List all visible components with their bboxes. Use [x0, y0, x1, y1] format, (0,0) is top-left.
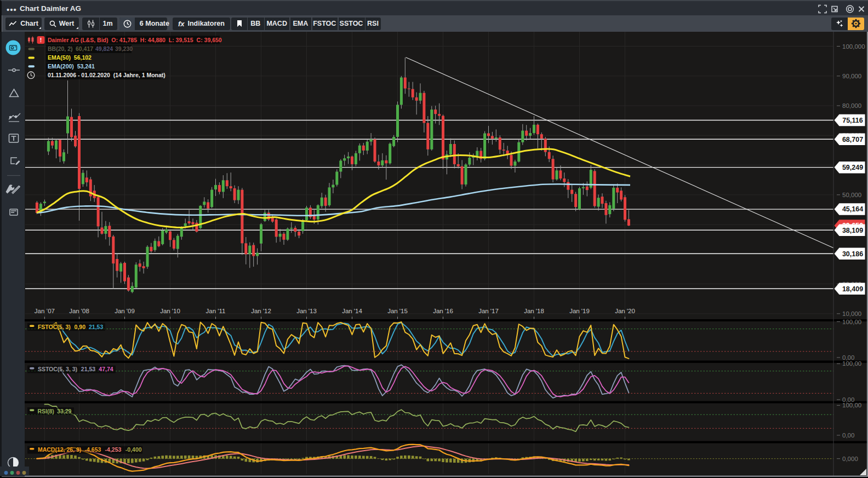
svg-text:59,249: 59,249 [842, 164, 863, 171]
svg-text:01.11.2006 - 01.02.2020 (14 J: 01.11.2006 - 01.02.2020 (14 Jahre, 1 Mon… [48, 72, 165, 78]
svg-text:Jan ’07: Jan ’07 [35, 308, 55, 314]
svg-text:100,00: 100,00 [842, 319, 861, 325]
svg-text:BB(20, 2): BB(20, 2) [48, 45, 73, 52]
svg-text:90,000: 90,000 [842, 73, 861, 79]
svg-text:38,109: 38,109 [842, 227, 863, 234]
svg-text:Jan '12: Jan '12 [251, 308, 271, 314]
svg-text:30,186: 30,186 [842, 250, 863, 258]
svg-text:Jan '17: Jan '17 [478, 308, 499, 314]
svg-text:-0,400: -0,400 [125, 446, 142, 453]
svg-text:Jan '15: Jan '15 [387, 308, 408, 314]
svg-text:80,000: 80,000 [842, 102, 861, 109]
svg-text:18,409: 18,409 [842, 285, 863, 293]
svg-text:33,29: 33,29 [57, 408, 71, 414]
svg-text:21,53: 21,53 [89, 324, 103, 330]
svg-text:-4,253: -4,253 [105, 446, 122, 453]
svg-text:MACD(12, 26, 9): MACD(12, 26, 9) [38, 446, 81, 453]
svg-text:Jan '10: Jan '10 [160, 308, 180, 314]
svg-text:RSI(8): RSI(8) [38, 408, 54, 414]
svg-text:49,824: 49,824 [95, 45, 113, 52]
svg-text:Jan '18: Jan '18 [524, 308, 544, 314]
svg-text:Jan '16: Jan '16 [433, 308, 453, 314]
svg-text:Jan '11: Jan '11 [206, 308, 226, 314]
svg-text:10,000: 10,000 [842, 310, 861, 317]
svg-text:0,90: 0,90 [75, 324, 86, 330]
svg-text:75,116: 75,116 [842, 117, 863, 124]
svg-text:21,53: 21,53 [81, 366, 95, 372]
svg-text:FSTOC(5, 3): FSTOC(5, 3) [38, 324, 71, 330]
svg-text:Jan '19: Jan '19 [569, 308, 590, 314]
svg-text:Jan '20: Jan '20 [615, 308, 635, 314]
svg-text:45,164: 45,164 [842, 205, 863, 213]
svg-text:39,230: 39,230 [115, 45, 133, 52]
svg-text:-4,653: -4,653 [85, 446, 101, 453]
svg-text:Daimler AG (L&S, Bid) O: 41,7: Daimler AG (L&S, Bid) O: 41,785 H: 44,88… [48, 37, 222, 43]
svg-text:0,00: 0,00 [842, 432, 854, 439]
svg-text:!: ! [40, 37, 42, 43]
svg-text:68,707: 68,707 [842, 136, 863, 143]
svg-text:0,000: 0,000 [842, 456, 858, 462]
svg-text:60,417: 60,417 [76, 45, 93, 52]
svg-text:Jan '13: Jan '13 [296, 308, 317, 314]
svg-text:Jan '09: Jan '09 [115, 308, 135, 314]
svg-text:Jan '14: Jan '14 [342, 308, 362, 314]
svg-text:100,000: 100,000 [842, 43, 865, 50]
svg-text:Jan '08: Jan '08 [69, 308, 89, 314]
svg-text:EMA(50) 56,102: EMA(50) 56,102 [48, 54, 92, 61]
svg-text:47,74: 47,74 [99, 366, 113, 372]
svg-text:50,000: 50,000 [842, 192, 861, 198]
svg-text:0,00: 0,00 [842, 354, 854, 361]
svg-text:100,00: 100,00 [842, 402, 861, 408]
svg-text:100,00: 100,00 [842, 360, 861, 367]
svg-text:EMA(200) 53,241: EMA(200) 53,241 [48, 63, 95, 70]
svg-text:SSTOC(5, 3, 3): SSTOC(5, 3, 3) [38, 366, 77, 372]
